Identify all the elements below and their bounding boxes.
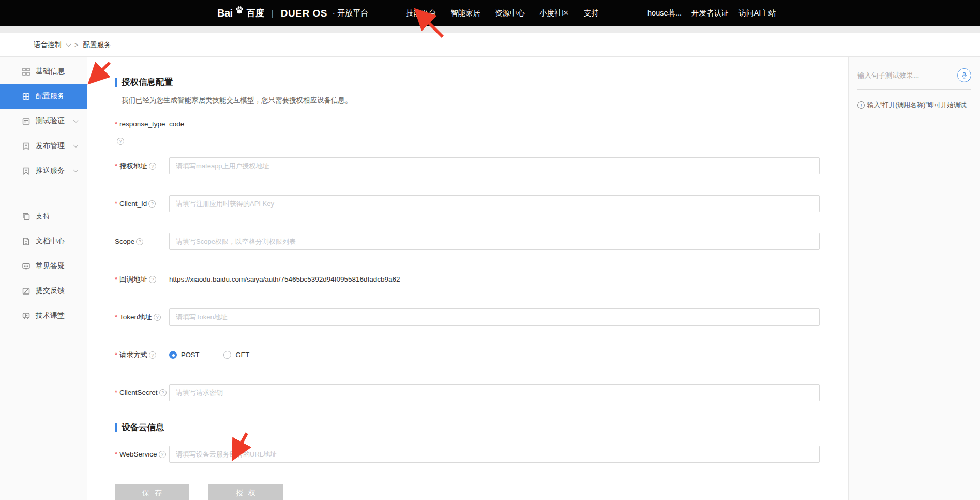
field-client-id: Client_Id ? bbox=[115, 195, 848, 212]
breadcrumb-parent[interactable]: 语音控制 bbox=[34, 40, 62, 50]
sidebar-item-label: 测试验证 bbox=[36, 116, 65, 126]
section-accent-bar bbox=[115, 78, 117, 87]
sidebar: 基础信息 配置服务 测试验证 bbox=[0, 57, 87, 500]
method-radio-group: POST GET bbox=[169, 351, 249, 359]
question-icon[interactable]: ? bbox=[154, 314, 161, 321]
nav-xiaodu-community[interactable]: 小度社区 bbox=[539, 8, 569, 18]
field-callback-url: 回调地址 ? https://xiaodu.baidu.com/saiya/au… bbox=[115, 271, 848, 288]
navbar-bottom-strip bbox=[0, 26, 980, 33]
token-url-input[interactable] bbox=[169, 308, 820, 326]
chevron-down-icon bbox=[73, 168, 79, 173]
nav-smart-home[interactable]: 智能家居 bbox=[450, 8, 480, 18]
section-accent-bar bbox=[115, 423, 117, 432]
navbar-user-area: house暮... 开发者认证 访问AI主站 bbox=[647, 0, 776, 26]
authorize-button[interactable]: 授权 bbox=[208, 484, 283, 500]
breadcrumb: 语音控制 > 配置服务 bbox=[34, 40, 111, 50]
field-request-method: 请求方式 ? POST GET bbox=[115, 346, 848, 363]
sidebar-item-test-verify[interactable]: 测试验证 bbox=[0, 109, 87, 134]
radio-get[interactable]: GET bbox=[223, 351, 249, 359]
client-secret-input[interactable] bbox=[169, 384, 820, 401]
scope-input[interactable] bbox=[169, 233, 820, 250]
radio-unselected-icon bbox=[223, 351, 231, 359]
field-label: 请求方式 ? bbox=[115, 350, 169, 360]
sidebar-item-support[interactable]: 支持 bbox=[0, 204, 87, 229]
save-button[interactable]: 保存 bbox=[115, 484, 189, 500]
sentence-test-input[interactable] bbox=[857, 71, 945, 79]
question-icon[interactable]: ? bbox=[117, 138, 124, 145]
question-icon[interactable]: ? bbox=[136, 238, 143, 245]
breadcrumb-bar: 语音控制 > 配置服务 bbox=[0, 33, 980, 57]
field-label: response_type bbox=[115, 120, 169, 128]
baidu-logo-cn: 百度 bbox=[247, 7, 264, 19]
document-lines-icon bbox=[22, 117, 31, 126]
tip-text: 输入“打开(调用名称)”即可开始调试 bbox=[867, 101, 967, 110]
field-label: ClientSecret ? bbox=[115, 389, 169, 396]
radio-selected-icon bbox=[169, 351, 177, 359]
field-webservice: WebService ? bbox=[115, 446, 848, 463]
dueros-brand: DUER OS bbox=[281, 8, 327, 19]
chevron-down-icon[interactable] bbox=[66, 41, 71, 47]
nav-skill-platform[interactable]: 技能平台 bbox=[406, 8, 436, 18]
question-icon[interactable]: ? bbox=[159, 451, 166, 458]
main-content: 授权信息配置 我们已经为您生成智能家居类技能交互模型，您只需要授权相应设备信息。… bbox=[87, 57, 848, 500]
page-body: 基础信息 配置服务 测试验证 bbox=[0, 57, 980, 500]
sidebar-item-feedback[interactable]: 提交反馈 bbox=[0, 278, 87, 303]
field-label: Client_Id ? bbox=[115, 200, 169, 208]
form-buttons: 保存 授权 bbox=[115, 484, 848, 500]
field-scope: Scope ? bbox=[115, 233, 848, 250]
sidebar-item-basic-info[interactable]: 基础信息 bbox=[0, 59, 87, 84]
sidebar-item-publish-manage[interactable]: 发布管理 bbox=[0, 134, 87, 158]
chat-bubble-icon bbox=[22, 262, 31, 271]
callback-url-value: https://xiaodu.baidu.com/saiya/auth/7546… bbox=[169, 275, 400, 283]
sidebar-item-label: 发布管理 bbox=[36, 141, 65, 151]
field-label: 回调地址 ? bbox=[115, 275, 169, 284]
nav-resource-center[interactable]: 资源中心 bbox=[495, 8, 525, 18]
section-title: 授权信息配置 bbox=[122, 77, 173, 88]
developer-cert-link[interactable]: 开发者认证 bbox=[691, 8, 729, 18]
section-description: 我们已经为您生成智能家居类技能交互模型，您只需要授权相应设备信息。 bbox=[122, 96, 848, 105]
info-icon: ! bbox=[857, 101, 865, 109]
field-client-secret: ClientSecret ? bbox=[115, 384, 848, 401]
radio-post[interactable]: POST bbox=[169, 351, 199, 359]
visit-ai-site-link[interactable]: 访问AI主站 bbox=[739, 8, 776, 18]
sidebar-item-label: 支持 bbox=[36, 212, 50, 221]
chevron-down-icon bbox=[73, 118, 79, 123]
sidebar-item-label: 基础信息 bbox=[36, 67, 65, 76]
webservice-input[interactable] bbox=[169, 446, 820, 463]
auth-url-input[interactable] bbox=[169, 157, 820, 174]
question-icon[interactable]: ? bbox=[148, 200, 156, 208]
section-device-cloud: 设备云信息 bbox=[115, 422, 848, 433]
field-label: WebService ? bbox=[115, 450, 169, 458]
nav-support[interactable]: 支持 bbox=[584, 8, 599, 18]
question-icon[interactable]: ? bbox=[159, 389, 167, 396]
clover-icon bbox=[22, 92, 31, 101]
radio-label: POST bbox=[181, 351, 199, 359]
sidebar-item-push-service[interactable]: 推送服务 bbox=[0, 158, 87, 183]
username[interactable]: house暮... bbox=[647, 8, 682, 18]
field-response-type: response_type code bbox=[115, 120, 848, 128]
question-icon[interactable]: ? bbox=[149, 163, 156, 170]
sidebar-item-doc-center[interactable]: 文档中心 bbox=[0, 229, 87, 254]
section-title: 设备云信息 bbox=[122, 422, 164, 433]
open-platform-label: · 开放平台 bbox=[333, 8, 368, 18]
baidu-dueros-logo[interactable]: Bai 百度 | DUER OS · 开放平台 bbox=[217, 0, 368, 26]
field-token-url: Token地址 ? bbox=[115, 308, 848, 326]
question-icon[interactable]: ? bbox=[149, 351, 156, 359]
section-auth-config: 授权信息配置 bbox=[115, 77, 848, 88]
breadcrumb-separator: > bbox=[74, 41, 79, 49]
sidebar-item-tech-class[interactable]: 技术课堂 bbox=[0, 303, 87, 328]
bookmark-plus-icon bbox=[22, 142, 31, 151]
response-type-help: ? bbox=[115, 136, 848, 145]
sidebar-item-label: 配置服务 bbox=[36, 92, 65, 101]
sidebar-item-config-service[interactable]: 配置服务 bbox=[0, 84, 87, 109]
microphone-button[interactable] bbox=[957, 68, 971, 82]
document-icon bbox=[22, 237, 31, 246]
question-icon[interactable]: ? bbox=[149, 276, 156, 283]
test-panel: ! 输入“打开(调用名称)”即可开始调试 bbox=[848, 57, 980, 500]
baidu-paw-icon bbox=[234, 5, 245, 18]
response-type-value: code bbox=[169, 120, 184, 128]
sidebar-item-faq[interactable]: 常见答疑 bbox=[0, 254, 87, 278]
field-auth-url: 授权地址 ? bbox=[115, 157, 848, 174]
test-input-row bbox=[857, 68, 971, 90]
client-id-input[interactable] bbox=[169, 195, 820, 212]
